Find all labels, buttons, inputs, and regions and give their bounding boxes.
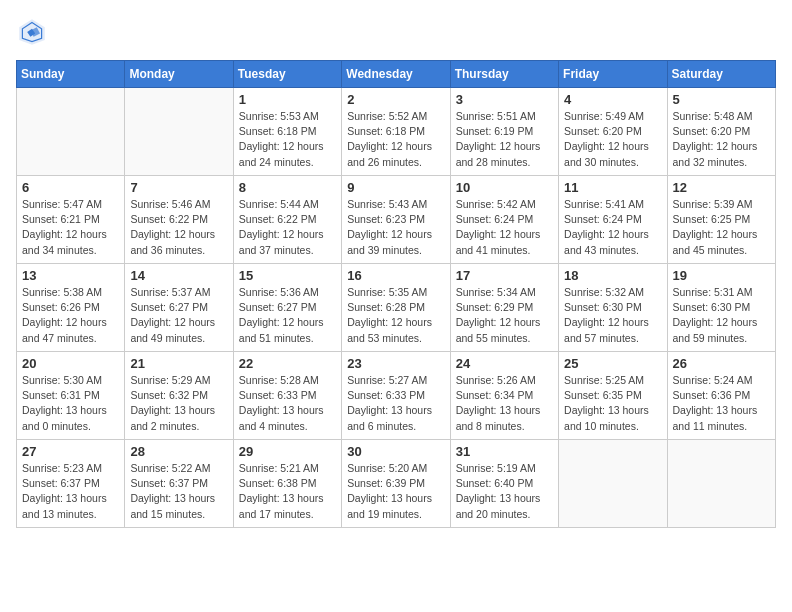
day-info: Sunrise: 5:19 AM Sunset: 6:40 PM Dayligh…: [456, 461, 553, 522]
calendar-cell: 23Sunrise: 5:27 AM Sunset: 6:33 PM Dayli…: [342, 352, 450, 440]
day-info: Sunrise: 5:47 AM Sunset: 6:21 PM Dayligh…: [22, 197, 119, 258]
day-number: 26: [673, 356, 770, 371]
day-info: Sunrise: 5:48 AM Sunset: 6:20 PM Dayligh…: [673, 109, 770, 170]
day-info: Sunrise: 5:28 AM Sunset: 6:33 PM Dayligh…: [239, 373, 336, 434]
calendar-week-5: 27Sunrise: 5:23 AM Sunset: 6:37 PM Dayli…: [17, 440, 776, 528]
calendar-cell: 15Sunrise: 5:36 AM Sunset: 6:27 PM Dayli…: [233, 264, 341, 352]
day-number: 22: [239, 356, 336, 371]
day-info: Sunrise: 5:20 AM Sunset: 6:39 PM Dayligh…: [347, 461, 444, 522]
day-number: 1: [239, 92, 336, 107]
calendar-cell: [559, 440, 667, 528]
calendar-cell: 18Sunrise: 5:32 AM Sunset: 6:30 PM Dayli…: [559, 264, 667, 352]
calendar-cell: 26Sunrise: 5:24 AM Sunset: 6:36 PM Dayli…: [667, 352, 775, 440]
day-info: Sunrise: 5:29 AM Sunset: 6:32 PM Dayligh…: [130, 373, 227, 434]
calendar-cell: [125, 88, 233, 176]
calendar-cell: 8Sunrise: 5:44 AM Sunset: 6:22 PM Daylig…: [233, 176, 341, 264]
day-number: 29: [239, 444, 336, 459]
day-info: Sunrise: 5:44 AM Sunset: 6:22 PM Dayligh…: [239, 197, 336, 258]
day-number: 19: [673, 268, 770, 283]
calendar-cell: 9Sunrise: 5:43 AM Sunset: 6:23 PM Daylig…: [342, 176, 450, 264]
calendar-cell: 21Sunrise: 5:29 AM Sunset: 6:32 PM Dayli…: [125, 352, 233, 440]
calendar-cell: 31Sunrise: 5:19 AM Sunset: 6:40 PM Dayli…: [450, 440, 558, 528]
day-number: 7: [130, 180, 227, 195]
logo-icon: [16, 16, 48, 48]
day-header-saturday: Saturday: [667, 61, 775, 88]
day-info: Sunrise: 5:53 AM Sunset: 6:18 PM Dayligh…: [239, 109, 336, 170]
day-info: Sunrise: 5:38 AM Sunset: 6:26 PM Dayligh…: [22, 285, 119, 346]
day-number: 4: [564, 92, 661, 107]
day-number: 8: [239, 180, 336, 195]
calendar-week-1: 1Sunrise: 5:53 AM Sunset: 6:18 PM Daylig…: [17, 88, 776, 176]
day-number: 13: [22, 268, 119, 283]
logo: [16, 16, 52, 48]
calendar-cell: 30Sunrise: 5:20 AM Sunset: 6:39 PM Dayli…: [342, 440, 450, 528]
calendar-cell: 7Sunrise: 5:46 AM Sunset: 6:22 PM Daylig…: [125, 176, 233, 264]
calendar-week-4: 20Sunrise: 5:30 AM Sunset: 6:31 PM Dayli…: [17, 352, 776, 440]
calendar-cell: 24Sunrise: 5:26 AM Sunset: 6:34 PM Dayli…: [450, 352, 558, 440]
day-info: Sunrise: 5:36 AM Sunset: 6:27 PM Dayligh…: [239, 285, 336, 346]
day-info: Sunrise: 5:43 AM Sunset: 6:23 PM Dayligh…: [347, 197, 444, 258]
day-number: 11: [564, 180, 661, 195]
day-info: Sunrise: 5:32 AM Sunset: 6:30 PM Dayligh…: [564, 285, 661, 346]
day-number: 23: [347, 356, 444, 371]
calendar-cell: 10Sunrise: 5:42 AM Sunset: 6:24 PM Dayli…: [450, 176, 558, 264]
day-info: Sunrise: 5:27 AM Sunset: 6:33 PM Dayligh…: [347, 373, 444, 434]
day-info: Sunrise: 5:35 AM Sunset: 6:28 PM Dayligh…: [347, 285, 444, 346]
calendar-cell: 2Sunrise: 5:52 AM Sunset: 6:18 PM Daylig…: [342, 88, 450, 176]
day-info: Sunrise: 5:22 AM Sunset: 6:37 PM Dayligh…: [130, 461, 227, 522]
day-number: 31: [456, 444, 553, 459]
day-header-friday: Friday: [559, 61, 667, 88]
calendar-cell: 20Sunrise: 5:30 AM Sunset: 6:31 PM Dayli…: [17, 352, 125, 440]
day-info: Sunrise: 5:24 AM Sunset: 6:36 PM Dayligh…: [673, 373, 770, 434]
day-info: Sunrise: 5:52 AM Sunset: 6:18 PM Dayligh…: [347, 109, 444, 170]
day-header-monday: Monday: [125, 61, 233, 88]
day-number: 20: [22, 356, 119, 371]
calendar-cell: 1Sunrise: 5:53 AM Sunset: 6:18 PM Daylig…: [233, 88, 341, 176]
day-number: 17: [456, 268, 553, 283]
day-number: 3: [456, 92, 553, 107]
calendar-cell: 25Sunrise: 5:25 AM Sunset: 6:35 PM Dayli…: [559, 352, 667, 440]
calendar-cell: 3Sunrise: 5:51 AM Sunset: 6:19 PM Daylig…: [450, 88, 558, 176]
day-info: Sunrise: 5:37 AM Sunset: 6:27 PM Dayligh…: [130, 285, 227, 346]
day-number: 15: [239, 268, 336, 283]
calendar-cell: 27Sunrise: 5:23 AM Sunset: 6:37 PM Dayli…: [17, 440, 125, 528]
calendar-cell: 4Sunrise: 5:49 AM Sunset: 6:20 PM Daylig…: [559, 88, 667, 176]
calendar-cell: 11Sunrise: 5:41 AM Sunset: 6:24 PM Dayli…: [559, 176, 667, 264]
calendar-cell: 29Sunrise: 5:21 AM Sunset: 6:38 PM Dayli…: [233, 440, 341, 528]
calendar-week-3: 13Sunrise: 5:38 AM Sunset: 6:26 PM Dayli…: [17, 264, 776, 352]
day-number: 28: [130, 444, 227, 459]
day-number: 25: [564, 356, 661, 371]
day-info: Sunrise: 5:21 AM Sunset: 6:38 PM Dayligh…: [239, 461, 336, 522]
calendar-cell: 16Sunrise: 5:35 AM Sunset: 6:28 PM Dayli…: [342, 264, 450, 352]
calendar-cell: 14Sunrise: 5:37 AM Sunset: 6:27 PM Dayli…: [125, 264, 233, 352]
calendar-cell: 28Sunrise: 5:22 AM Sunset: 6:37 PM Dayli…: [125, 440, 233, 528]
calendar-cell: 13Sunrise: 5:38 AM Sunset: 6:26 PM Dayli…: [17, 264, 125, 352]
calendar-cell: 19Sunrise: 5:31 AM Sunset: 6:30 PM Dayli…: [667, 264, 775, 352]
calendar-cell: 6Sunrise: 5:47 AM Sunset: 6:21 PM Daylig…: [17, 176, 125, 264]
day-number: 6: [22, 180, 119, 195]
day-number: 27: [22, 444, 119, 459]
day-number: 5: [673, 92, 770, 107]
calendar-table: SundayMondayTuesdayWednesdayThursdayFrid…: [16, 60, 776, 528]
day-header-tuesday: Tuesday: [233, 61, 341, 88]
day-number: 10: [456, 180, 553, 195]
day-info: Sunrise: 5:49 AM Sunset: 6:20 PM Dayligh…: [564, 109, 661, 170]
day-header-thursday: Thursday: [450, 61, 558, 88]
page-header: [16, 16, 776, 48]
day-info: Sunrise: 5:31 AM Sunset: 6:30 PM Dayligh…: [673, 285, 770, 346]
calendar-cell: 5Sunrise: 5:48 AM Sunset: 6:20 PM Daylig…: [667, 88, 775, 176]
calendar-cell: 12Sunrise: 5:39 AM Sunset: 6:25 PM Dayli…: [667, 176, 775, 264]
day-number: 16: [347, 268, 444, 283]
day-number: 9: [347, 180, 444, 195]
day-number: 30: [347, 444, 444, 459]
calendar-cell: [17, 88, 125, 176]
day-info: Sunrise: 5:42 AM Sunset: 6:24 PM Dayligh…: [456, 197, 553, 258]
day-number: 18: [564, 268, 661, 283]
day-number: 21: [130, 356, 227, 371]
calendar-cell: [667, 440, 775, 528]
day-info: Sunrise: 5:46 AM Sunset: 6:22 PM Dayligh…: [130, 197, 227, 258]
day-number: 12: [673, 180, 770, 195]
day-header-sunday: Sunday: [17, 61, 125, 88]
day-info: Sunrise: 5:34 AM Sunset: 6:29 PM Dayligh…: [456, 285, 553, 346]
day-info: Sunrise: 5:41 AM Sunset: 6:24 PM Dayligh…: [564, 197, 661, 258]
